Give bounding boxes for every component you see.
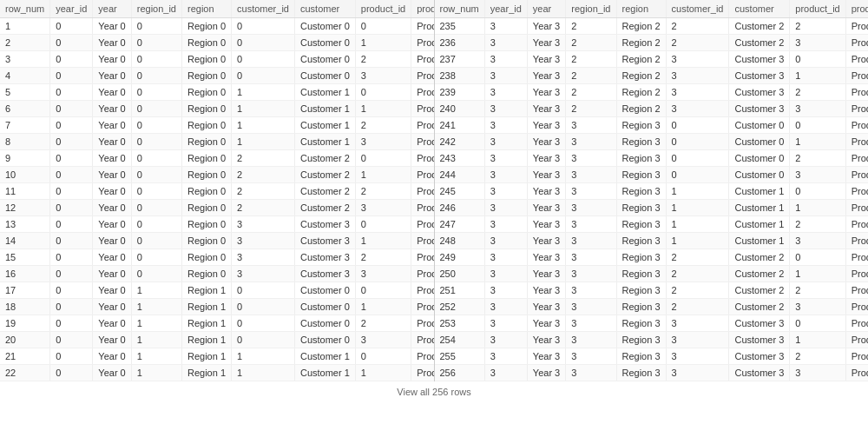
table-cell: 0 [131,35,181,51]
table-cell: 2 [566,101,616,117]
table-cell: Product 1 [845,332,868,348]
table-cell: 0 [232,299,295,315]
table-cell: 1 [790,200,845,216]
table-cell: Customer 3 [729,84,790,101]
table-cell: Region 0 [182,266,232,282]
table-cell: Product 2 [845,216,868,233]
table-cell: Year 3 [527,266,565,282]
table-cell: Year 0 [93,84,131,101]
table-cell: 0 [50,18,93,35]
table-cell: Product 1 [411,35,434,51]
table-cell: 0 [232,51,295,68]
table-cell: 255 [435,348,485,365]
table-cell: 3 [566,266,616,282]
table-cell: 3 [566,233,616,249]
table-cell: 238 [435,68,485,84]
table-cell: 3 [0,51,50,68]
table-cell: 0 [355,18,411,35]
table-cell: Region 1 [182,332,232,348]
table-cell: 1 [232,84,295,101]
left-table-container: row_num year_id year region_id region cu… [0,0,434,381]
table-cell: Customer 0 [294,282,355,299]
table-cell: Customer 0 [294,51,355,68]
table-cell: 0 [666,167,729,183]
table-cell: Region 2 [616,68,666,84]
table-cell: 3 [484,51,527,68]
table-cell: 3 [666,51,729,68]
table-cell: Product 1 [845,68,868,84]
table-cell: 3 [355,68,411,84]
table-cell: 0 [131,84,181,101]
table-cell: 20 [0,332,50,348]
table-cell: Year 3 [527,167,565,183]
right-col-year: year [527,0,565,18]
table-cell: 3 [566,150,616,167]
table-cell: Year 0 [93,183,131,200]
table-row: 2543Year 33Region 33Customer 31Product 1 [435,332,869,348]
table-cell: Region 0 [182,200,232,216]
table-cell: Year 0 [93,233,131,249]
table-row: 130Year 00Region 03Customer 30Product 0 [0,216,434,233]
table-cell: 0 [50,68,93,84]
table-cell: 0 [50,35,93,51]
table-cell: 0 [131,134,181,150]
table-cell: 0 [50,117,93,134]
table-cell: Customer 2 [294,183,355,200]
table-cell: 1 [790,134,845,150]
table-cell: 0 [50,84,93,101]
table-cell: Customer 2 [729,249,790,266]
table-cell: 3 [484,200,527,216]
table-cell: 0 [50,233,93,249]
table-cell: 2 [790,348,845,365]
table-cell: Region 3 [616,200,666,216]
table-cell: Region 2 [616,84,666,101]
table-cell: 244 [435,167,485,183]
table-row: 2403Year 32Region 23Customer 33Product 3 [435,101,869,117]
table-cell: Year 3 [527,150,565,167]
left-table: row_num year_id year region_id region cu… [0,0,434,381]
table-cell: Product 3 [845,233,868,249]
table-cell: Product 3 [845,299,868,315]
table-cell: Year 0 [93,332,131,348]
table-cell: 1 [790,332,845,348]
table-cell: 3 [355,266,411,282]
table-cell: 0 [50,101,93,117]
table-cell: Customer 3 [729,348,790,365]
table-cell: Year 0 [93,167,131,183]
table-cell: 3 [566,315,616,332]
table-cell: 3 [790,365,845,381]
table-cell: Year 3 [527,134,565,150]
table-cell: 1 [666,216,729,233]
table-row: 2413Year 33Region 30Customer 00Product 0 [435,117,869,134]
table-cell: 1 [131,299,181,315]
table-cell: 1 [355,101,411,117]
table-cell: 3 [566,348,616,365]
table-cell: Product 0 [411,150,434,167]
table-cell: Product 2 [845,348,868,365]
table-cell: 3 [484,183,527,200]
table-row: 180Year 01Region 10Customer 01Product 1 [0,299,434,315]
table-cell: Region 1 [182,348,232,365]
view-all-link[interactable]: View all 256 rows [397,387,470,397]
table-cell: 3 [566,183,616,200]
left-col-product: product [411,0,434,18]
table-cell: Product 1 [411,299,434,315]
left-col-customer: customer [294,0,355,18]
table-cell: Region 1 [182,299,232,315]
table-cell: 2 [566,35,616,51]
table-cell: 2 [355,117,411,134]
table-row: 2453Year 33Region 31Customer 10Product 0 [435,183,869,200]
table-cell: Year 0 [93,51,131,68]
table-cell: Customer 0 [294,315,355,332]
table-cell: 0 [131,68,181,84]
table-cell: Region 3 [616,183,666,200]
table-cell: Region 0 [182,35,232,51]
table-cell: Region 0 [182,216,232,233]
table-cell: Product 3 [411,68,434,84]
table-cell: Year 0 [93,216,131,233]
table-cell: Customer 2 [729,282,790,299]
table-cell: 254 [435,332,485,348]
table-row: 2463Year 33Region 31Customer 11Product 1 [435,200,869,216]
table-cell: 2 [666,299,729,315]
table-row: 2393Year 32Region 23Customer 32Product 2 [435,84,869,101]
